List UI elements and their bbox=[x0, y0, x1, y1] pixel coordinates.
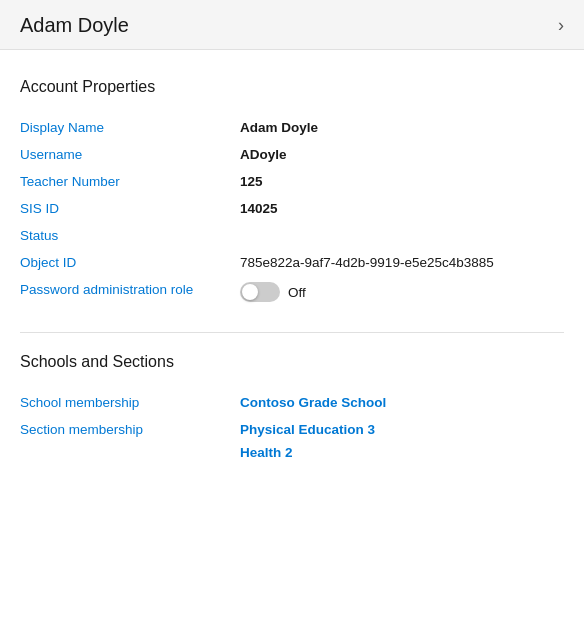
property-label-6: Password administration role bbox=[20, 276, 240, 308]
toggle-knob bbox=[242, 284, 258, 300]
property-label-0: Display Name bbox=[20, 114, 240, 141]
property-value-1: ADoyle bbox=[240, 141, 564, 168]
school-membership-value: Contoso Grade School bbox=[240, 389, 564, 416]
school-membership-row: School membership Contoso Grade School bbox=[20, 389, 564, 416]
property-label-1: Username bbox=[20, 141, 240, 168]
school-membership-link[interactable]: Contoso Grade School bbox=[240, 395, 386, 410]
section-membership-row: Section membership Physical Education 3H… bbox=[20, 416, 564, 466]
chevron-right-icon[interactable]: › bbox=[558, 15, 564, 36]
section-divider bbox=[20, 332, 564, 333]
property-row-2: Teacher Number125 bbox=[20, 168, 564, 195]
property-value-6[interactable]: Off bbox=[240, 276, 564, 308]
account-properties-title: Account Properties bbox=[20, 78, 564, 96]
property-value-0: Adam Doyle bbox=[240, 114, 564, 141]
property-row-0: Display NameAdam Doyle bbox=[20, 114, 564, 141]
property-value-4 bbox=[240, 222, 564, 249]
property-label-4: Status bbox=[20, 222, 240, 249]
section-link-0[interactable]: Physical Education 3 bbox=[240, 422, 564, 437]
page-header: Adam Doyle › bbox=[0, 0, 584, 50]
schools-sections-section: Schools and Sections School membership C… bbox=[20, 353, 564, 466]
property-label-5: Object ID bbox=[20, 249, 240, 276]
password-admin-toggle[interactable] bbox=[240, 282, 280, 302]
section-membership-label: Section membership bbox=[20, 416, 240, 466]
schools-sections-title: Schools and Sections bbox=[20, 353, 564, 371]
page-title: Adam Doyle bbox=[20, 14, 129, 37]
property-row-5: Object ID785e822a-9af7-4d2b-9919-e5e25c4… bbox=[20, 249, 564, 276]
toggle-container-6: Off bbox=[240, 282, 564, 302]
section-links-container: Physical Education 3Health 2 bbox=[240, 416, 564, 466]
school-membership-label: School membership bbox=[20, 389, 240, 416]
account-properties-table: Display NameAdam DoyleUsernameADoyleTeac… bbox=[20, 114, 564, 308]
property-row-3: SIS ID14025 bbox=[20, 195, 564, 222]
section-links-list: Physical Education 3Health 2 bbox=[240, 422, 564, 460]
toggle-off-label: Off bbox=[288, 285, 306, 300]
schools-table: School membership Contoso Grade School S… bbox=[20, 389, 564, 466]
property-label-2: Teacher Number bbox=[20, 168, 240, 195]
property-row-6: Password administration roleOff bbox=[20, 276, 564, 308]
section-link-1[interactable]: Health 2 bbox=[240, 445, 564, 460]
property-row-4: Status bbox=[20, 222, 564, 249]
main-content: Account Properties Display NameAdam Doyl… bbox=[0, 50, 584, 466]
property-value-3: 14025 bbox=[240, 195, 564, 222]
property-row-1: UsernameADoyle bbox=[20, 141, 564, 168]
property-label-3: SIS ID bbox=[20, 195, 240, 222]
property-value-5: 785e822a-9af7-4d2b-9919-e5e25c4b3885 bbox=[240, 249, 564, 276]
property-value-2: 125 bbox=[240, 168, 564, 195]
